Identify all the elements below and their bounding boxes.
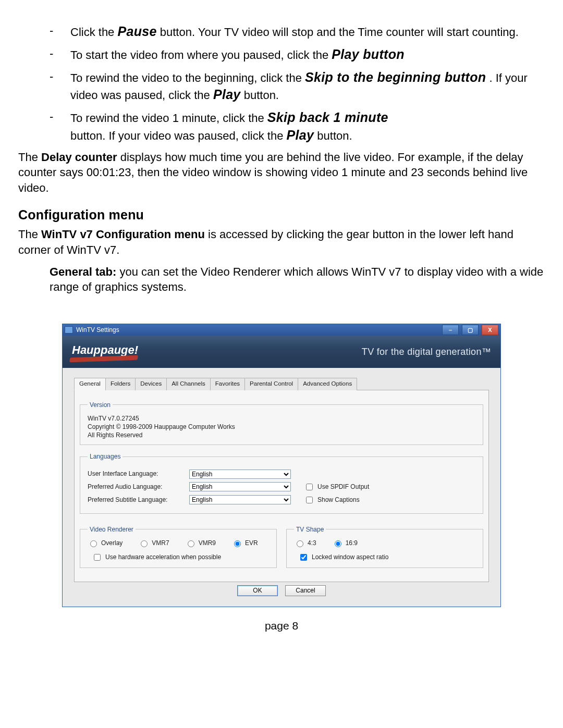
audio-language-label: Preferred Audio Language: [88,483,189,491]
subtitle-language-label: Preferred Subtitle Language: [88,496,189,504]
brand-logo: Hauppauge! [72,342,138,361]
text: button. Your TV video will stop and the … [160,26,519,39]
instruction-list: Click the Pause button. Your TV video wi… [18,23,545,144]
text: button. [244,89,279,102]
video-renderer-group: Video Renderer Overlay VMR7 VMR9 EVR Use… [80,525,277,568]
version-legend: Version [88,401,113,409]
lock-aspect-checkbox[interactable]: Locked window aspect ratio [298,552,475,562]
text: To start the video from where you paused… [70,48,332,61]
skip-back-1min-strong: Skip back 1 minute [267,110,388,125]
general-tab-strong: General tab: [50,265,116,278]
maximize-button[interactable]: ▢ [462,325,479,335]
ui-language-select[interactable]: English [189,470,291,479]
delay-counter-paragraph: The Delay counter displays how much time… [18,150,545,196]
text: The [18,151,41,164]
wintv-settings-dialog: WinTV Settings – ▢ X Hauppauge! TV for t… [62,324,501,607]
renderer-vmr9-radio[interactable]: VMR9 [185,539,216,547]
captions-label: Show Captions [317,496,360,504]
text: To rewind the video to the beginning, cl… [70,71,305,84]
ok-button[interactable]: OK [237,585,278,596]
renderer-vmr7-radio[interactable]: VMR7 [138,539,169,547]
pause-strong: Pause [117,24,156,39]
hw-accel-label: Use hardware acceleration when possible [105,553,221,561]
renderer-overlay-radio[interactable]: Overlay [88,539,123,547]
text: Click the [70,26,117,39]
languages-legend: Languages [88,452,123,461]
renderer-evr-radio[interactable]: EVR [231,539,258,547]
brand-slogan: TV for the digital generation™ [362,346,491,358]
config-menu-strong: WinTV v7 Configuration menu [41,228,205,241]
version-line-2: Copyright © 1998-2009 Hauppauge Computer… [88,423,475,431]
tab-advanced-options[interactable]: Advanced Options [298,378,357,390]
titlebar: WinTV Settings – ▢ X [63,324,500,336]
delay-counter-strong: Delay counter [41,151,117,164]
hw-accel-checkbox[interactable]: Use hardware acceleration when possible [92,552,269,562]
tab-devices[interactable]: Devices [135,378,167,390]
video-renderer-legend: Video Renderer [88,525,136,534]
version-line-1: WinTV v7.0.27245 [88,414,475,423]
skip-beginning-strong: Skip to the beginning button [305,70,486,84]
minimize-button[interactable]: – [442,325,459,335]
window-icon [65,326,73,334]
show-captions-checkbox[interactable]: Show Captions [304,495,360,505]
languages-group: Languages User Interface Language: Engli… [80,452,483,513]
configuration-menu-paragraph: The WinTV v7 Configuration menu is acces… [18,227,545,257]
play-strong: Play [213,87,241,102]
tab-panel-general: Version WinTV v7.0.27245 Copyright © 199… [74,390,489,582]
aspect-4-3-radio[interactable]: 4:3 [294,539,316,547]
tab-folders[interactable]: Folders [105,378,136,390]
configuration-menu-heading: Configuration menu [18,206,545,224]
ui-language-label: User Interface Language: [88,470,189,478]
text: To rewind the video 1 minute, click the [70,112,267,125]
tab-all-channels[interactable]: All Channels [166,378,211,390]
brand-bar: Hauppauge! TV for the digital generation… [63,336,500,368]
list-item: To rewind the video 1 minute, click the … [50,109,545,144]
text: The [18,228,41,241]
aspect-16-9-radio[interactable]: 16:9 [332,539,358,547]
play-strong: Play [287,128,314,142]
tab-strip: General Folders Devices All Channels Fav… [74,377,489,390]
general-tab-paragraph: General tab: you can set the Video Rende… [18,264,545,295]
list-item: To rewind the video to the beginning, cl… [50,69,545,104]
subtitle-language-select[interactable]: English [189,495,291,504]
spdif-label: Use SPDIF Output [317,483,369,491]
tab-general[interactable]: General [74,378,106,390]
text: you can set the Video Renderer which all… [50,265,543,294]
cancel-button[interactable]: Cancel [285,585,326,596]
close-button[interactable]: X [482,325,498,335]
text: button. If your video was paused, click … [70,129,287,142]
page-footer: page 8 [18,619,545,633]
tv-shape-legend: TV Shape [294,525,326,534]
tab-parental-control[interactable]: Parental Control [244,378,298,390]
lock-aspect-label: Locked window aspect ratio [312,553,388,561]
list-item: Click the Pause button. Your TV video wi… [50,23,545,41]
audio-language-select[interactable]: English [189,482,291,491]
window-title: WinTV Settings [76,326,119,334]
version-line-3: All Rights Reserved [88,431,475,439]
version-group: Version WinTV v7.0.27245 Copyright © 199… [80,401,483,446]
tv-shape-group: TV Shape 4:3 16:9 Locked window aspect r… [286,525,483,568]
text: button. [317,129,352,142]
play-strong: Play button [332,47,404,61]
tab-favorites[interactable]: Favorites [210,378,245,390]
spdif-checkbox[interactable]: Use SPDIF Output [304,482,369,492]
list-item: To start the video from where you paused… [50,46,545,64]
